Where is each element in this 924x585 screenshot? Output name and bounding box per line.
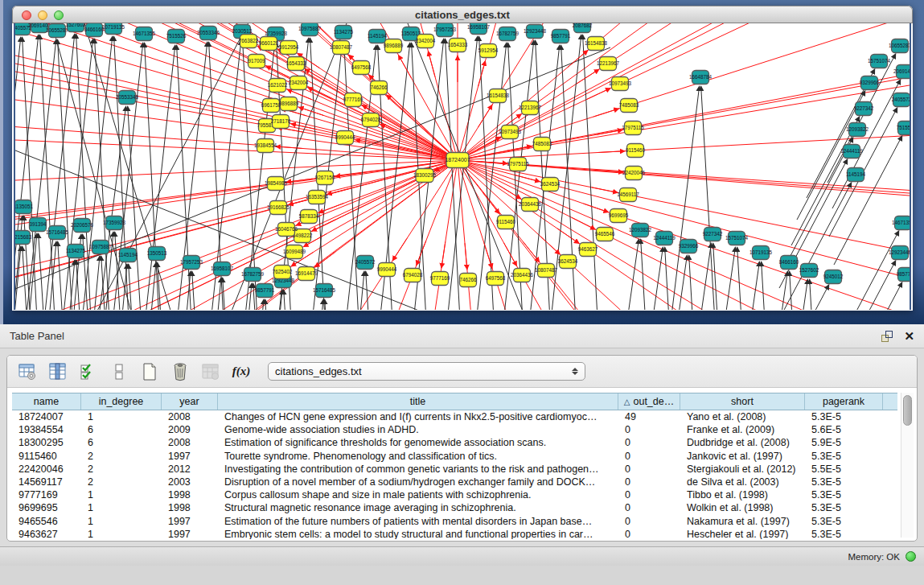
table-cell[interactable]: 18300295 (12, 436, 81, 449)
graph-edge[interactable] (458, 160, 910, 310)
network-window[interactable]: citations_edges.txt 24055722069140610655… (12, 6, 913, 311)
table-cell[interactable]: 0 (618, 528, 680, 539)
graph-node[interactable]: 7485083 (619, 99, 639, 113)
graph-node[interactable]: 22420046 (622, 167, 646, 180)
graph-node[interactable]: 10655287 (889, 39, 910, 53)
graph-node[interactable]: 9227342 (854, 102, 874, 116)
graph-node[interactable]: 5878334 (299, 210, 319, 224)
graph-node[interactable]: 18724007 (445, 153, 470, 168)
graph-node[interactable]: 12444119 (840, 145, 863, 159)
graph-node[interactable]: 3624534 (558, 255, 578, 269)
graph-node[interactable]: 1654333 (286, 57, 306, 71)
table-cell[interactable]: Wolkin et al. (1998) (680, 501, 805, 514)
table-cell[interactable]: 5.3E-5 (805, 450, 883, 463)
graph-edge[interactable] (15, 100, 458, 160)
graph-node[interactable]: 9990444 (335, 131, 355, 145)
table-row[interactable]: 911546021997Tourette syndrome. Phenomeno… (12, 450, 897, 463)
table-cell[interactable]: Changes of HCN gene expression and I(f) … (218, 410, 618, 423)
table-cell[interactable]: 1 (81, 528, 162, 539)
graph-edge[interactable] (398, 55, 411, 78)
graph-node[interactable]: 12093822 (629, 224, 652, 237)
graph-edge[interactable] (458, 160, 910, 310)
table-row[interactable]: 1456911722003Disruption of a novel membe… (12, 476, 897, 488)
graph-node[interactable]: 19166825 (267, 201, 290, 215)
graph-node[interactable]: 14569117 (617, 188, 639, 202)
table-cell[interactable]: 2003 (162, 476, 218, 488)
table-cell[interactable]: 2 (81, 463, 162, 476)
table-cell[interactable]: 1 (81, 515, 162, 528)
new-document-icon[interactable] (139, 361, 160, 382)
table-cell[interactable]: 1 (81, 488, 162, 501)
table-cell[interactable]: 1998 (162, 488, 218, 501)
graph-edge[interactable] (597, 130, 622, 134)
table-settings-icon[interactable] (17, 361, 38, 382)
graph-edge[interactable] (583, 35, 605, 310)
table-cell[interactable]: 2009 (162, 423, 218, 436)
graph-node[interactable]: 3624534 (540, 178, 561, 192)
graph-node[interactable]: 17957253 (433, 23, 457, 37)
graph-edge[interactable] (15, 160, 458, 310)
graph-node[interactable]: 5912954 (279, 41, 299, 55)
graph-edge[interactable] (672, 255, 687, 310)
graph-node[interactable]: 2405572 (355, 256, 376, 270)
graph-edge[interactable] (458, 160, 910, 310)
graph-node[interactable]: 15716485 (313, 284, 336, 298)
graph-node[interactable]: 17975115 (507, 158, 529, 171)
graph-edge[interactable] (737, 247, 745, 310)
graph-node[interactable]: 6794028 (403, 269, 423, 282)
graph-edge[interactable] (284, 290, 293, 310)
graph-node[interactable]: 1134275 (66, 245, 86, 258)
table-cell[interactable]: 5.3E-5 (805, 515, 883, 528)
graph-node[interactable]: 2087682 (573, 23, 593, 33)
graph-node[interactable]: 6794028 (361, 113, 381, 127)
graph-edge[interactable] (484, 243, 492, 268)
graph-edge[interactable] (458, 160, 910, 310)
graph-edge[interactable] (441, 242, 446, 269)
graph-node[interactable]: 10807487 (330, 41, 353, 55)
close-traffic-light-icon[interactable] (22, 10, 31, 20)
graph-node[interactable]: 9465546 (595, 228, 615, 241)
graph-node[interactable]: 9699695 (609, 209, 629, 223)
table-cell[interactable]: 0 (618, 450, 680, 463)
graph-edge[interactable] (325, 299, 334, 310)
table-cell[interactable]: Corpus callosum shape and size in male p… (218, 488, 618, 501)
graph-node[interactable]: 16648784 (689, 71, 713, 84)
graph-node[interactable]: 14671355 (133, 27, 156, 41)
table-cell[interactable]: 2008 (162, 436, 218, 449)
graph-edge[interactable] (15, 160, 458, 310)
graph-node[interactable]: 16353594 (306, 191, 329, 204)
graph-node[interactable]: 8466160 (779, 256, 799, 270)
column-header-short[interactable]: short (680, 393, 805, 410)
column-header-in_degree[interactable]: in_degree (81, 393, 162, 410)
graph-edge[interactable] (15, 160, 458, 310)
table-cell[interactable]: 0 (618, 476, 680, 488)
graph-node[interactable]: 16154838 (487, 89, 510, 103)
graph-edge[interactable] (392, 238, 407, 261)
table-cell[interactable]: 5.3E-5 (805, 528, 883, 539)
graph-node[interactable]: 1145194 (368, 30, 388, 43)
graph-node[interactable]: 1621022 (268, 79, 288, 93)
table-cell[interactable]: 0 (618, 423, 680, 436)
graph-edge[interactable] (76, 34, 98, 310)
table-cell[interactable]: 5.3E-5 (805, 410, 883, 423)
graph-node[interactable]: 12923448 (524, 25, 547, 39)
table-cell[interactable]: 5.5E-5 (805, 463, 883, 476)
float-panel-icon[interactable] (881, 331, 893, 342)
table-cell[interactable]: 1 (81, 501, 162, 514)
table-cell[interactable]: 18724007 (12, 410, 81, 423)
network-graph[interactable]: 2405572206914061065528715276028466160107… (15, 23, 910, 310)
graph-edge[interactable] (827, 54, 896, 183)
table-cell[interactable]: 2 (81, 450, 162, 463)
graph-node[interactable]: 12213967 (597, 57, 620, 71)
close-panel-icon[interactable]: ✕ (904, 331, 914, 342)
graph-edge[interactable] (458, 160, 910, 310)
table-row[interactable]: 1938455462009Genome-wide association stu… (12, 423, 897, 436)
graph-node[interactable]: 14671355 (892, 216, 910, 230)
unselect-all-icon[interactable] (109, 361, 129, 382)
graph-edge[interactable] (458, 160, 910, 310)
graph-node[interactable]: 746266 (459, 274, 477, 287)
graph-node[interactable]: 16154838 (585, 37, 608, 51)
graph-node[interactable]: 9896889 (279, 97, 299, 111)
table-vertical-scrollbar[interactable] (901, 393, 914, 538)
table-cell[interactable]: 1 (81, 410, 162, 423)
